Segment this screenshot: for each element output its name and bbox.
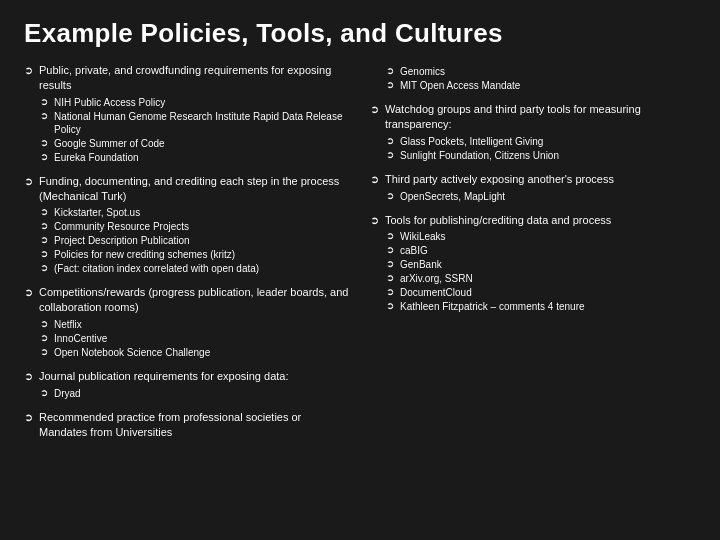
sub-text-rgroup4-5: Kathleen Fitzpatrick – comments 4 tenure [400, 300, 585, 313]
sub-arrow-icon-group1-3: ➲ [40, 151, 50, 162]
bullet-main-group4: ➲Journal publication requirements for ex… [24, 369, 350, 384]
sub-bullets-group4: ➲Dryad [40, 387, 350, 400]
arrow-icon-rgroup3: ➲ [370, 172, 380, 187]
sub-bullets-group1: ➲NIH Public Access Policy➲National Human… [40, 96, 350, 164]
bullet-group-group4: ➲Journal publication requirements for ex… [24, 369, 350, 400]
sub-bullet-group2-2: ➲Project Description Publication [40, 234, 350, 247]
sub-text-group3-1: InnoCentive [54, 332, 107, 345]
sub-arrow-icon-rgroup3-0: ➲ [386, 190, 396, 201]
sub-text-group3-2: Open Notebook Science Challenge [54, 346, 210, 359]
sub-text-rgroup4-3: arXiv.org, SSRN [400, 272, 473, 285]
bullet-group-group3: ➲Competitions/rewards (progress publicat… [24, 285, 350, 359]
sub-arrow-icon-rgroup4-3: ➲ [386, 272, 396, 283]
arrow-icon-group1: ➲ [24, 63, 34, 78]
arrow-icon-group3: ➲ [24, 285, 34, 300]
sub-text-rgroup2-0: Glass Pockets, Intelligent Giving [400, 135, 543, 148]
sub-bullet-rgroup2-0: ➲Glass Pockets, Intelligent Giving [386, 135, 696, 148]
sub-bullet-rgroup2-1: ➲Sunlight Foundation, Citizens Union [386, 149, 696, 162]
sub-bullet-group1-0: ➲NIH Public Access Policy [40, 96, 350, 109]
sub-bullet-group2-1: ➲Community Resource Projects [40, 220, 350, 233]
main-text-group2: Funding, documenting, and crediting each… [39, 174, 350, 204]
sub-text-group4-0: Dryad [54, 387, 81, 400]
sub-bullet-group4-0: ➲Dryad [40, 387, 350, 400]
sub-bullet-rgroup1-0: ➲Genomics [386, 65, 696, 78]
sub-bullet-rgroup4-0: ➲WikiLeaks [386, 230, 696, 243]
sub-bullet-rgroup3-0: ➲OpenSecrets, MapLight [386, 190, 696, 203]
bullet-main-group1: ➲Public, private, and crowdfunding requi… [24, 63, 350, 93]
col-left: ➲Public, private, and crowdfunding requi… [24, 63, 360, 450]
sub-arrow-icon-group4-0: ➲ [40, 387, 50, 398]
bullet-group-group1: ➲Public, private, and crowdfunding requi… [24, 63, 350, 164]
main-text-rgroup2: Watchdog groups and third party tools fo… [385, 102, 696, 132]
sub-bullet-group2-4: ➲(Fact: citation index correlated with o… [40, 262, 350, 275]
sub-arrow-icon-group2-4: ➲ [40, 262, 50, 273]
sub-bullets-rgroup1: ➲Genomics➲MIT Open Access Mandate [386, 65, 696, 92]
sub-text-rgroup1-0: Genomics [400, 65, 445, 78]
sub-bullet-group2-3: ➲Policies for new crediting schemes (kri… [40, 248, 350, 261]
bullet-main-rgroup3: ➲Third party actively exposing another's… [370, 172, 696, 187]
main-text-rgroup4: Tools for publishing/crediting data and … [385, 213, 611, 228]
bullet-group-group5: ➲Recommended practice from professional … [24, 410, 350, 440]
bullet-main-rgroup4: ➲Tools for publishing/crediting data and… [370, 213, 696, 228]
bullet-group-rgroup2: ➲Watchdog groups and third party tools f… [370, 102, 696, 162]
bullet-group-group2: ➲Funding, documenting, and crediting eac… [24, 174, 350, 276]
slide: Example Policies, Tools, and Cultures ➲P… [0, 0, 720, 540]
bullet-main-rgroup2: ➲Watchdog groups and third party tools f… [370, 102, 696, 132]
sub-arrow-icon-rgroup4-2: ➲ [386, 258, 396, 269]
main-text-group3: Competitions/rewards (progress publicati… [39, 285, 350, 315]
content-area: ➲Public, private, and crowdfunding requi… [24, 63, 696, 450]
sub-text-group2-0: Kickstarter, Spot.us [54, 206, 140, 219]
sub-text-group1-3: Eureka Foundation [54, 151, 139, 164]
sub-text-rgroup4-4: DocumentCloud [400, 286, 472, 299]
sub-text-rgroup4-0: WikiLeaks [400, 230, 446, 243]
sub-bullets-group3: ➲Netflix➲InnoCentive➲Open Notebook Scien… [40, 318, 350, 359]
sub-text-group2-3: Policies for new crediting schemes (krit… [54, 248, 235, 261]
sub-text-group1-2: Google Summer of Code [54, 137, 165, 150]
sub-arrow-icon-group2-3: ➲ [40, 248, 50, 259]
sub-bullet-group1-3: ➲Eureka Foundation [40, 151, 350, 164]
sub-bullet-rgroup4-2: ➲GenBank [386, 258, 696, 271]
arrow-icon-rgroup2: ➲ [370, 102, 380, 117]
main-text-group5: Recommended practice from professional s… [39, 410, 350, 440]
sub-text-rgroup1-1: MIT Open Access Mandate [400, 79, 520, 92]
slide-title: Example Policies, Tools, and Cultures [24, 18, 696, 49]
sub-text-rgroup2-1: Sunlight Foundation, Citizens Union [400, 149, 559, 162]
sub-arrow-icon-group2-0: ➲ [40, 206, 50, 217]
arrow-icon-group5: ➲ [24, 410, 34, 425]
sub-arrow-icon-group3-2: ➲ [40, 346, 50, 357]
sub-arrow-icon-group2-1: ➲ [40, 220, 50, 231]
sub-bullet-rgroup4-1: ➲caBIG [386, 244, 696, 257]
sub-bullets-rgroup3: ➲OpenSecrets, MapLight [386, 190, 696, 203]
sub-bullet-group1-1: ➲National Human Genome Research Institut… [40, 110, 350, 136]
sub-arrow-icon-rgroup4-1: ➲ [386, 244, 396, 255]
sub-arrow-icon-group1-1: ➲ [40, 110, 50, 121]
sub-bullet-rgroup4-4: ➲DocumentCloud [386, 286, 696, 299]
sub-arrow-icon-group3-1: ➲ [40, 332, 50, 343]
sub-bullets-group2: ➲Kickstarter, Spot.us➲Community Resource… [40, 206, 350, 275]
sub-text-group1-1: National Human Genome Research Institute… [54, 110, 350, 136]
arrow-icon-rgroup4: ➲ [370, 213, 380, 228]
bullet-main-group3: ➲Competitions/rewards (progress publicat… [24, 285, 350, 315]
sub-text-group1-0: NIH Public Access Policy [54, 96, 165, 109]
sub-bullet-rgroup1-1: ➲MIT Open Access Mandate [386, 79, 696, 92]
bullet-group-rgroup1: ➲Genomics➲MIT Open Access Mandate [370, 65, 696, 92]
bullet-main-group5: ➲Recommended practice from professional … [24, 410, 350, 440]
bullet-main-group2: ➲Funding, documenting, and crediting eac… [24, 174, 350, 204]
main-text-group4: Journal publication requirements for exp… [39, 369, 288, 384]
col-right: ➲Genomics➲MIT Open Access Mandate➲Watchd… [360, 63, 696, 450]
sub-text-group2-1: Community Resource Projects [54, 220, 189, 233]
sub-arrow-icon-group1-0: ➲ [40, 96, 50, 107]
main-text-group1: Public, private, and crowdfunding requir… [39, 63, 350, 93]
sub-arrow-icon-rgroup4-0: ➲ [386, 230, 396, 241]
sub-arrow-icon-rgroup1-1: ➲ [386, 79, 396, 90]
sub-arrow-icon-group1-2: ➲ [40, 137, 50, 148]
sub-text-group2-2: Project Description Publication [54, 234, 190, 247]
sub-bullet-group3-2: ➲Open Notebook Science Challenge [40, 346, 350, 359]
sub-bullets-rgroup4: ➲WikiLeaks➲caBIG➲GenBank➲arXiv.org, SSRN… [386, 230, 696, 313]
sub-bullet-rgroup4-3: ➲arXiv.org, SSRN [386, 272, 696, 285]
sub-bullet-group1-2: ➲Google Summer of Code [40, 137, 350, 150]
sub-text-rgroup3-0: OpenSecrets, MapLight [400, 190, 505, 203]
arrow-icon-group4: ➲ [24, 369, 34, 384]
sub-text-rgroup4-2: GenBank [400, 258, 442, 271]
bullet-group-rgroup4: ➲Tools for publishing/crediting data and… [370, 213, 696, 314]
